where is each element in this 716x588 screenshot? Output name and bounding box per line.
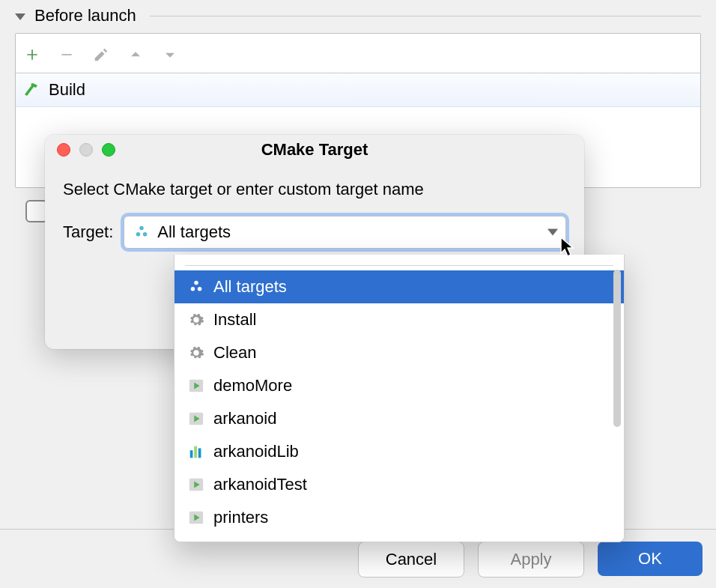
dropdown-item-arkanoidlib[interactable]: arkanoidLib <box>175 435 624 468</box>
svg-rect-10 <box>194 446 197 458</box>
plus-icon <box>25 47 40 62</box>
dropdown-item-all-targets[interactable]: All targets <box>175 270 624 303</box>
svg-point-2 <box>136 232 141 237</box>
gear-icon <box>188 312 204 328</box>
chevron-down-icon <box>547 229 558 236</box>
run-box-icon <box>188 410 204 427</box>
popup-titlebar[interactable]: CMake Target <box>45 135 584 165</box>
add-button[interactable] <box>23 46 41 64</box>
before-launch-header[interactable]: Before launch <box>0 0 716 28</box>
svg-point-5 <box>191 287 195 291</box>
svg-rect-11 <box>198 448 201 458</box>
target-dropdown[interactable]: All targets Install Clean demoMore arkan… <box>174 255 625 542</box>
popup-instruction: Select CMake target or enter custom targ… <box>63 180 566 199</box>
edit-button[interactable] <box>92 46 110 64</box>
svg-point-3 <box>143 232 148 237</box>
svg-point-6 <box>198 287 202 291</box>
cluster-icon <box>188 279 204 295</box>
dropdown-item-label: arkanoidTest <box>213 475 307 494</box>
remove-button[interactable] <box>58 46 76 64</box>
minimize-window-button[interactable] <box>79 143 93 157</box>
bars-icon <box>188 443 204 460</box>
zoom-window-button[interactable] <box>102 143 115 157</box>
svg-rect-0 <box>61 54 71 55</box>
window-traffic-lights <box>45 143 115 157</box>
minus-icon <box>59 47 74 62</box>
move-down-button[interactable] <box>161 46 179 64</box>
section-title: Before launch <box>34 6 136 25</box>
dropdown-item-clean[interactable]: Clean <box>175 336 624 369</box>
dropdown-item-label: All targets <box>213 277 287 297</box>
target-combobox[interactable]: All targets <box>124 216 566 249</box>
cmake-target-popup: CMake Target Select CMake target or ente… <box>45 135 584 349</box>
dropdown-item-label: arkanoidLib <box>213 442 299 461</box>
dropdown-item-arkanoid[interactable]: arkanoid <box>175 402 624 435</box>
dropdown-item-printers[interactable]: printers <box>175 501 624 534</box>
target-label: Target: <box>63 222 113 242</box>
dropdown-divider <box>185 265 613 266</box>
triangle-up-icon <box>129 48 142 61</box>
dropdown-item-label: printers <box>213 508 268 527</box>
dropdown-item-label: arkanoid <box>213 409 276 428</box>
task-row-build[interactable]: Build <box>16 73 700 107</box>
cluster-icon <box>133 224 150 240</box>
gear-icon <box>188 345 204 361</box>
target-combobox-value: All targets <box>157 222 231 242</box>
chevron-down-icon <box>15 13 25 20</box>
tasks-toolbar <box>16 34 700 73</box>
run-box-icon <box>188 476 204 493</box>
dropdown-item-label: Clean <box>213 343 256 363</box>
svg-rect-9 <box>190 450 193 458</box>
ok-button[interactable]: OK <box>598 542 703 576</box>
close-window-button[interactable] <box>57 143 70 157</box>
header-divider <box>150 16 701 16</box>
pencil-icon <box>93 46 109 63</box>
move-up-button[interactable] <box>127 46 145 64</box>
task-label: Build <box>49 80 85 100</box>
triangle-down-icon <box>163 48 177 61</box>
dropdown-item-demomore[interactable]: demoMore <box>175 369 624 402</box>
popup-title: CMake Target <box>45 140 584 160</box>
dropdown-item-arkanoidtest[interactable]: arkanoidTest <box>175 468 624 501</box>
svg-point-4 <box>194 281 198 285</box>
dropdown-item-label: Install <box>213 310 256 330</box>
dropdown-scrollbar[interactable] <box>613 270 621 427</box>
apply-button[interactable]: Apply <box>478 542 584 578</box>
hammer-icon <box>23 81 41 99</box>
dropdown-item-install[interactable]: Install <box>175 303 624 336</box>
run-box-icon <box>188 378 204 394</box>
cancel-button[interactable]: Cancel <box>358 542 464 578</box>
dropdown-item-label: demoMore <box>213 376 292 395</box>
run-box-icon <box>188 509 204 526</box>
svg-point-1 <box>140 226 145 231</box>
